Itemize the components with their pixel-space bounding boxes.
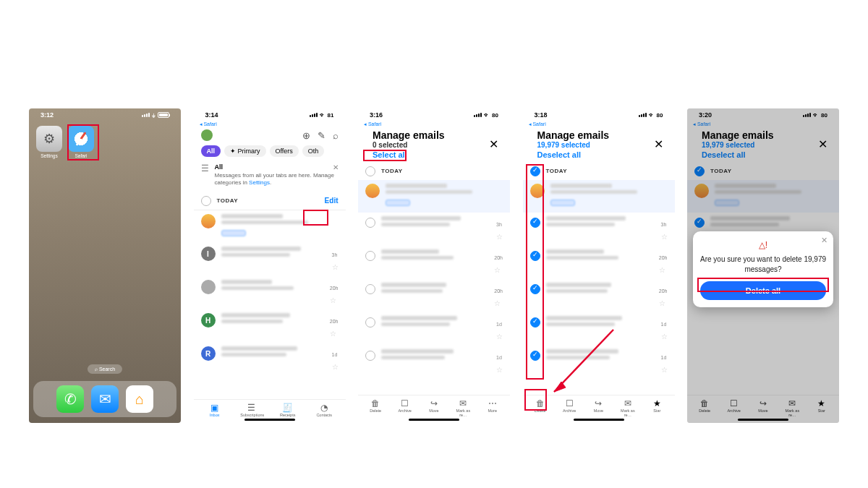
star-icon[interactable]: ☆ (494, 266, 501, 274)
list-item[interactable]: 20h☆ (358, 246, 510, 279)
list-item[interactable]: 20h☆ (194, 276, 346, 309)
delete-all-button[interactable]: Delete all (700, 281, 826, 300)
inbox-icon: ▣ (204, 403, 226, 413)
star-icon[interactable]: ☆ (332, 363, 339, 371)
toolbar-move[interactable]: ↪Move (423, 398, 445, 417)
row-checkbox[interactable] (530, 251, 540, 261)
list-item[interactable]: 1d☆ (523, 312, 675, 346)
select-all-checkbox[interactable] (365, 166, 375, 176)
star-icon[interactable]: ☆ (496, 366, 503, 374)
dock: ✆ ✉︎ ⌂ (33, 381, 176, 417)
mail-icon[interactable]: ✉︎ (91, 385, 119, 413)
breadcrumb[interactable]: ◂ Safari (523, 121, 675, 127)
toolbar-mark[interactable]: ✉︎Mark as re… (452, 398, 474, 417)
row-checkbox[interactable] (365, 284, 375, 294)
wifi-icon: ᯤ (320, 112, 326, 119)
list-item[interactable]: 20h☆ (523, 246, 675, 279)
list-item[interactable] (358, 180, 510, 213)
tab-all[interactable]: All (201, 145, 221, 157)
list-item[interactable]: H 20h☆ (194, 309, 346, 343)
page-title: Manage emails (537, 129, 610, 141)
star-icon[interactable]: ☆ (661, 333, 668, 341)
row-checkbox[interactable] (365, 218, 375, 228)
row-checkbox[interactable] (530, 218, 540, 228)
row-checkbox[interactable] (530, 351, 540, 361)
selection-count: 19,979 selected (537, 141, 610, 149)
category-tabs: All ✦ Primary Offers Oth (194, 143, 346, 159)
list-item[interactable] (194, 210, 346, 243)
banner-link[interactable]: Settings (249, 179, 270, 186)
star-icon[interactable]: ☆ (659, 266, 665, 274)
nav-contacts[interactable]: ◔Contacts (313, 403, 335, 417)
row-checkbox[interactable] (365, 351, 375, 361)
list-item[interactable]: 1d☆ (358, 312, 510, 346)
spotlight-search[interactable]: ⌕ Search (88, 364, 122, 374)
tab-offers[interactable]: Offers (270, 145, 299, 157)
star-icon[interactable]: ☆ (330, 296, 336, 304)
phone-icon[interactable]: ✆ (56, 385, 84, 413)
close-icon[interactable]: ✕ (821, 236, 827, 245)
search-icon[interactable]: ⌕ (333, 130, 339, 141)
toolbar-move[interactable]: ↪Move (587, 398, 609, 417)
bottom-toolbar: 🗑Delete ☐Archive ↪Move ✉︎Mark as re… ⋯Mo… (358, 395, 510, 417)
select-all-checkbox[interactable] (530, 166, 540, 176)
status-bar: 3:16 ᯤ 80 (358, 108, 510, 121)
toolbar-more[interactable]: ⋯More (482, 398, 503, 417)
star-icon[interactable]: ☆ (661, 366, 668, 374)
tab-primary[interactable]: ✦ Primary (224, 145, 266, 157)
star-icon[interactable]: ☆ (496, 233, 503, 241)
breadcrumb[interactable]: ◂ Safari (358, 121, 510, 127)
select-all-link[interactable]: Select all (373, 150, 445, 159)
battery-text: 80 (657, 112, 663, 119)
star-icon[interactable]: ☆ (661, 233, 668, 241)
deselect-all-link[interactable]: Deselect all (537, 150, 610, 159)
mail-plus-icon[interactable]: ⊕ (302, 130, 310, 141)
status-bar: 3:12 ⏚ (29, 108, 181, 121)
star-icon: ★ (646, 398, 668, 408)
list-item[interactable]: 20h☆ (523, 279, 675, 312)
close-icon[interactable]: ✕ (654, 137, 668, 151)
star-icon[interactable]: ☆ (330, 330, 336, 338)
avatar[interactable] (201, 129, 213, 141)
edit-button[interactable]: Edit (325, 197, 339, 205)
list-item[interactable]: I 3h☆ (194, 243, 346, 276)
tab-other[interactable]: Oth (302, 145, 325, 157)
avatar: R (201, 346, 216, 361)
toolbar-archive[interactable]: ☐Archive (394, 398, 416, 417)
row-checkbox[interactable] (530, 284, 540, 294)
email-list: I 3h☆ 20h☆ H 20h☆ R 1d☆ (194, 210, 346, 376)
star-icon[interactable]: ☆ (332, 263, 339, 271)
close-icon[interactable]: ✕ (489, 137, 503, 151)
list-item[interactable]: 1d☆ (523, 346, 675, 379)
row-checkbox[interactable] (365, 317, 375, 328)
app-settings[interactable]: ⚙︎ Settings (36, 126, 62, 158)
toolbar-archive[interactable]: ☐Archive (558, 398, 580, 417)
list-item[interactable] (523, 180, 675, 213)
list-item[interactable]: R 1d☆ (194, 343, 346, 376)
home-indicator (574, 419, 624, 421)
toolbar-mark[interactable]: ✉︎Mark as re… (617, 398, 639, 417)
star-icon[interactable]: ☆ (659, 299, 665, 307)
nav-receipts[interactable]: 🧾Receipts (277, 403, 299, 417)
home-icon[interactable]: ⌂ (126, 385, 153, 413)
app-safari[interactable]: Safari (68, 126, 94, 158)
breadcrumb[interactable]: ◂ Safari (194, 121, 346, 127)
compose-icon[interactable]: ✎ (318, 130, 326, 141)
list-item[interactable]: 20h☆ (358, 279, 510, 312)
select-all-checkbox[interactable] (201, 196, 211, 206)
list-item[interactable]: 1d☆ (358, 346, 510, 379)
star-icon[interactable]: ☆ (494, 299, 501, 307)
nav-subscriptions[interactable]: ☰Subscriptions (240, 403, 262, 417)
screenshot-step-4: 3:18 ᯤ 80 ◂ Safari Manage emails 19,979 … (523, 108, 675, 423)
avatar (201, 280, 216, 294)
row-checkbox[interactable] (530, 317, 540, 328)
toolbar-star[interactable]: ★Star (646, 398, 668, 417)
star-icon[interactable]: ☆ (496, 333, 503, 341)
row-checkbox[interactable] (365, 251, 375, 261)
close-icon[interactable]: ✕ (333, 163, 339, 171)
toolbar-delete[interactable]: 🗑Delete (529, 398, 551, 417)
nav-inbox[interactable]: ▣Inbox (204, 403, 226, 417)
toolbar-delete[interactable]: 🗑Delete (365, 398, 386, 417)
list-item[interactable]: 3h☆ (523, 213, 675, 246)
list-item[interactable]: 3h☆ (358, 213, 510, 246)
